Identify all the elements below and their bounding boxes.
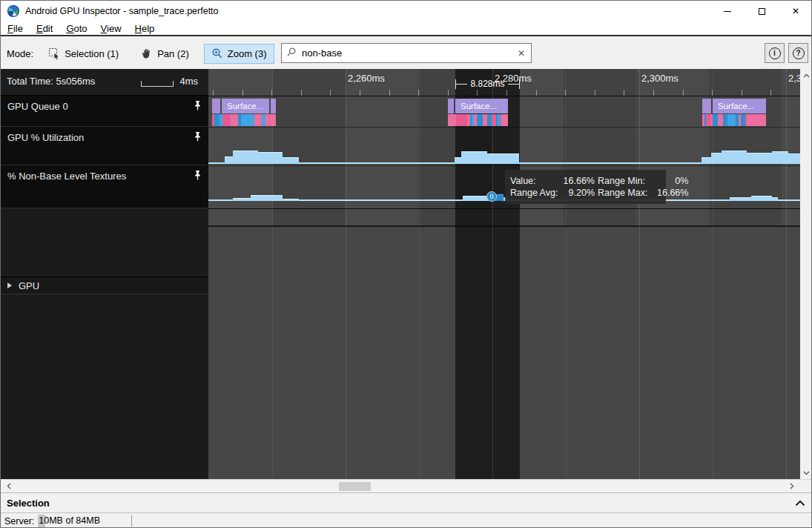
close-button[interactable]: ✕ (779, 1, 812, 22)
gridline-minor (713, 69, 713, 479)
pan-hand-icon (141, 47, 153, 59)
ruler-tick (360, 90, 360, 96)
gridline-minor (419, 69, 420, 479)
pin-icon[interactable] (193, 100, 202, 113)
scroll-down-icon[interactable] (800, 466, 812, 479)
ruler-tick (712, 90, 713, 96)
search-clear-icon[interactable]: ✕ (516, 48, 527, 59)
info-button[interactable]: i (765, 43, 785, 63)
surface-cluster[interactable]: Surface... (702, 99, 766, 125)
surface-slice[interactable]: Surface... (455, 99, 508, 113)
queue-slice[interactable] (212, 99, 220, 113)
timeline-header-left: Total Time: 5s056ms 4ms (1, 69, 208, 96)
minimize-button[interactable] (710, 1, 745, 22)
scroll-up-icon[interactable] (800, 69, 812, 82)
maximize-icon (759, 8, 765, 15)
track-row-gpu-queue-0[interactable]: GPU Queue 0 (1, 96, 208, 127)
timeline-canvas[interactable]: 8.828ms 0 Value:16.66%Range Min:0%Range … (208, 69, 800, 479)
ruler-tick (536, 90, 537, 96)
utilization-area (461, 151, 487, 164)
pin-icon[interactable] (193, 131, 202, 145)
search-icon (286, 47, 297, 60)
track-name: GPU % Utilization (7, 132, 84, 143)
ruler-tick (213, 90, 214, 96)
mode-pan-label: Pan (2) (157, 48, 189, 59)
vertical-scrollbar[interactable] (800, 69, 812, 479)
ruler-tick (770, 90, 771, 96)
tooltip-cell: 16.66% (559, 176, 598, 186)
ruler-tick (683, 90, 684, 96)
tooltip-cell: 16.66% (657, 188, 688, 198)
scroll-right-icon[interactable] (785, 480, 798, 492)
value-tooltip: Value:16.66%Range Min:0%Range Avg:9.20%R… (505, 170, 666, 204)
maximize-button[interactable] (745, 1, 779, 22)
selection-panel-header[interactable]: Selection (1, 492, 812, 512)
gridline-major (639, 69, 640, 479)
search-input[interactable] (300, 47, 516, 59)
mode-selection-button[interactable]: Selection (1) (41, 44, 126, 64)
scroll-left-icon[interactable] (2, 480, 15, 492)
mode-pan-button[interactable]: Pan (2) (133, 44, 197, 64)
menu-file[interactable]: File (1, 23, 30, 34)
total-time-label: Total Time: 5s056ms (7, 76, 95, 87)
tooltip-cell: 0% (657, 176, 688, 186)
collapse-chevron-icon[interactable] (795, 496, 805, 509)
help-button[interactable]: ? (788, 43, 808, 63)
queue-slice[interactable] (271, 99, 276, 113)
nonbase-area (730, 197, 751, 201)
queue-slice[interactable] (448, 99, 454, 113)
command-buffer-bars (448, 114, 508, 126)
tooltip-cell: Range Min: (598, 176, 657, 186)
info-icon: i (769, 47, 781, 59)
window-controls: ✕ (710, 1, 812, 22)
track-label-column: Total Time: 5s056ms 4ms GPU Queue 0 GPU … (1, 69, 208, 479)
ruler-tick (742, 90, 742, 96)
track-row-nonbase-textures[interactable]: % Non-Base Level Textures (1, 165, 208, 208)
queue-slice[interactable] (702, 99, 711, 113)
utilization-area (258, 152, 283, 164)
mode-zoom-button[interactable]: Zoom (3) (204, 44, 274, 64)
zoom-magnifier-icon (211, 47, 223, 59)
gridline-major (492, 69, 493, 479)
menu-edit[interactable]: Edit (30, 23, 59, 34)
memory-usage-text: 10MB of 84MB (39, 515, 100, 526)
horizontal-scrollbar[interactable] (1, 479, 812, 492)
ruler-tick (448, 90, 449, 96)
value-marker: 0 (486, 191, 497, 202)
surface-slice[interactable]: Surface... (713, 99, 766, 113)
surface-cluster[interactable]: Surface... (448, 99, 508, 125)
ruler-tick (301, 90, 302, 96)
tooltip-cell: 9.20% (559, 188, 598, 198)
ruler-tick (389, 90, 390, 96)
server-label: Server: (4, 516, 34, 527)
measurement-label: 8.828ms (470, 79, 504, 89)
ruler-tick (595, 90, 595, 96)
selection-icon (48, 47, 60, 59)
surface-slice[interactable]: Surface... (222, 99, 269, 113)
menu-help[interactable]: Help (128, 23, 162, 34)
selection-panel-title: Selection (7, 498, 50, 509)
measurement-widget: 8.828ms (455, 79, 520, 89)
utilization-area (711, 153, 722, 164)
mode-zoom-label: Zoom (3) (228, 48, 267, 59)
status-divider (131, 515, 132, 527)
scale-bracket-icon (141, 81, 174, 87)
ruler-tick (242, 90, 243, 96)
menu-view[interactable]: View (94, 23, 128, 34)
surface-cluster[interactable]: Surface... (212, 99, 276, 125)
nonbase-area (233, 198, 251, 201)
expand-arrow-icon[interactable] (7, 283, 12, 288)
track-row-gpu-utilization[interactable]: GPU % Utilization (1, 127, 208, 165)
group-label: GPU (19, 280, 39, 291)
group-row-gpu[interactable]: GPU (1, 277, 208, 294)
menu-goto[interactable]: Goto (59, 23, 93, 34)
track-name: % Non-Base Level Textures (7, 171, 126, 182)
gridline-major (786, 69, 787, 479)
pin-icon[interactable] (193, 170, 202, 183)
gridline-major (346, 69, 346, 479)
command-buffer-bars (212, 114, 276, 126)
ruler-tick (653, 90, 654, 96)
scrollbar-thumb[interactable] (339, 482, 371, 491)
gridline-minor (566, 69, 567, 479)
app-icon (7, 5, 19, 17)
